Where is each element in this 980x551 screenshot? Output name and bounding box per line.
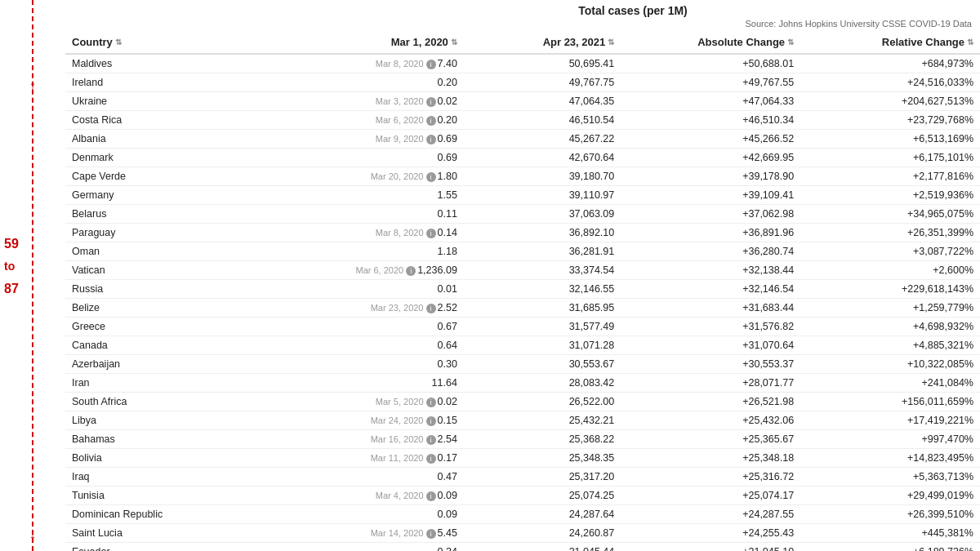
cell-mar: Mar 16, 2020i2.54 [290,430,464,449]
cell-country: Belize [65,299,290,318]
cell-country: Greece [65,318,290,336]
cell-country: Tunisia [65,487,290,505]
arrow-top-icon: ↑ [29,78,37,95]
cell-relative: +29,499,019% [800,487,980,505]
cell-country: Ireland [65,73,290,92]
table-row: Iran11.6428,083.42+28,071.77+241,084% [65,374,980,393]
source-text: Source: Johns Hopkins University CSSE CO… [65,19,972,29]
cell-country: Oman [65,242,290,261]
cell-absolute: +25,316.72 [621,468,800,487]
cell-absolute: +47,064.33 [621,92,800,111]
cell-apr: 39,180.70 [464,167,621,186]
cell-mar: Mar 6, 2020i1,236.09 [290,261,464,280]
table-row: Ecuador0.3421,045.44+21,045.10+6,189,736… [65,543,980,552]
cell-country: Canada [65,336,290,355]
col-header-country[interactable]: Country ⇅ [65,31,290,54]
total-cases-header: Total cases (per 1M) [65,4,972,17]
cell-relative: +3,087,722% [800,242,980,261]
cell-absolute: +25,432.06 [621,411,800,430]
col-header-relative[interactable]: Relative Change ⇅ [800,31,980,54]
cell-mar: 0.67 [290,318,464,336]
info-icon: i [426,229,436,238]
cell-mar: Mar 5, 2020i0.02 [290,393,464,411]
cell-relative: +241,084% [800,374,980,393]
cell-mar: Mar 8, 2020i7.40 [290,54,464,73]
cell-mar: Mar 3, 2020i0.02 [290,92,464,111]
cell-absolute: +28,071.77 [621,374,800,393]
col-header-mar[interactable]: Mar 1, 2020 ⇅ [290,31,464,54]
cell-absolute: +24,255.43 [621,524,800,543]
cell-absolute: +42,669.95 [621,149,800,167]
cell-relative: +6,189,736% [800,543,980,552]
left-indicator: ↑ 59 to 87 ↓ [0,0,65,551]
cell-absolute: +25,348.18 [621,449,800,468]
table-row: Saint LuciaMar 14, 2020i5.4524,260.87+24… [65,524,980,543]
cell-apr: 25,368.22 [464,430,621,449]
info-icon: i [426,416,436,426]
cell-relative: +2,600% [800,261,980,280]
table-row: Denmark0.6942,670.64+42,669.95+6,175,101… [65,149,980,167]
cell-apr: 30,553.67 [464,355,621,374]
info-icon: i [426,97,436,107]
sort-icon-apr[interactable]: ⇅ [608,38,614,47]
cell-relative: +4,885,321% [800,336,980,355]
sort-icon-mar[interactable]: ⇅ [451,38,457,47]
cell-apr: 49,767.75 [464,73,621,92]
cell-country: Russia [65,280,290,299]
cell-relative: +24,516,033% [800,73,980,92]
cell-apr: 24,260.87 [464,524,621,543]
info-icon: i [426,491,436,501]
cell-absolute: +24,287.55 [621,505,800,524]
cell-apr: 42,670.64 [464,149,621,167]
cell-mar: Mar 11, 2020i0.17 [290,449,464,468]
info-icon: i [406,266,416,276]
sort-icon-absolute[interactable]: ⇅ [787,38,794,47]
table-row: Oman1.1836,281.91+36,280.74+3,087,722% [65,242,980,261]
header-section: Total cases (per 1M) Source: Johns Hopki… [65,0,980,29]
table-row: Belarus0.1137,063.09+37,062.98+34,965,07… [65,205,980,224]
cell-apr: 50,695.41 [464,54,621,73]
sort-icon-country[interactable]: ⇅ [115,38,122,47]
cell-absolute: +21,045.10 [621,543,800,552]
cell-country: Azerbaijan [65,355,290,374]
cell-apr: 36,281.91 [464,242,621,261]
cell-relative: +14,823,495% [800,449,980,468]
cell-country: Costa Rica [65,111,290,130]
range-to: to [4,260,15,273]
cell-relative: +2,177,816% [800,167,980,186]
cell-mar: 11.64 [290,374,464,393]
cell-country: Vatican [65,261,290,280]
cell-apr: 26,522.00 [464,393,621,411]
cell-country: Iran [65,374,290,393]
cell-absolute: +50,688.01 [621,54,800,73]
cell-absolute: +30,553.37 [621,355,800,374]
cell-mar: 0.20 [290,73,464,92]
sort-icon-relative[interactable]: ⇅ [967,38,973,47]
cell-absolute: +31,683.44 [621,299,800,318]
info-icon: i [426,135,436,144]
cell-relative: +204,627,513% [800,92,980,111]
info-icon: i [426,304,436,313]
cell-country: Bahamas [65,430,290,449]
cell-mar: 0.34 [290,543,464,552]
cell-mar: Mar 14, 2020i5.45 [290,524,464,543]
table-row: VaticanMar 6, 2020i1,236.0933,374.54+32,… [65,261,980,280]
col-header-apr[interactable]: Apr 23, 2021 ⇅ [464,31,621,54]
info-icon: i [426,529,436,539]
cell-country: Maldives [65,54,290,73]
cell-country: Libya [65,411,290,430]
cell-apr: 45,267.22 [464,130,621,149]
table-row: Azerbaijan0.3030,553.67+30,553.37+10,322… [65,355,980,374]
cell-absolute: +45,266.52 [621,130,800,149]
cell-apr: 47,064.35 [464,92,621,111]
cell-relative: +1,259,779% [800,299,980,318]
info-icon: i [426,454,436,464]
cell-relative: +229,618,143% [800,280,980,299]
cell-mar: 0.64 [290,336,464,355]
cell-mar: 1.55 [290,186,464,205]
cell-country: Belarus [65,205,290,224]
cell-country: Denmark [65,149,290,167]
cell-relative: +445,381% [800,524,980,543]
col-header-absolute[interactable]: Absolute Change ⇅ [621,31,800,54]
cell-country: Germany [65,186,290,205]
